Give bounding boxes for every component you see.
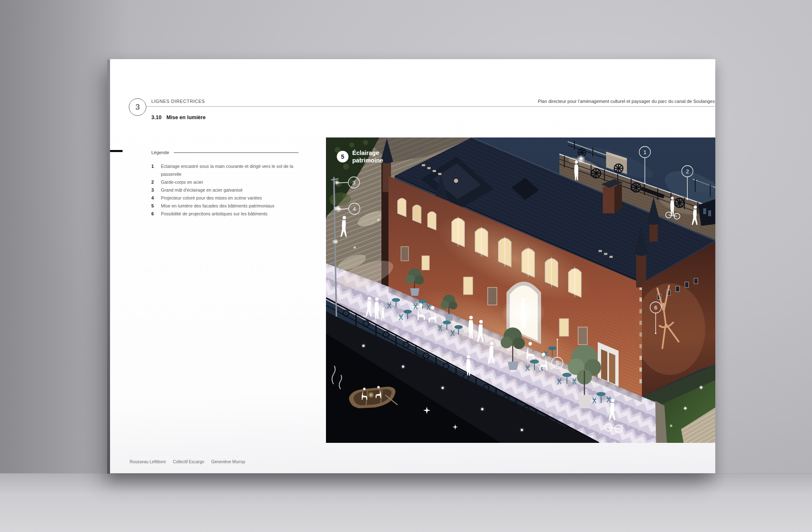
legend-item: 3Grand mât d'éclairage en acier galvanis…	[151, 186, 301, 194]
presentation-board: 3 LIGNES DIRECTRICES Plan directeur pour…	[110, 59, 715, 473]
legend-rule	[174, 152, 298, 153]
credit-name: Collectif Escargo	[173, 460, 204, 464]
floor-shadow	[0, 474, 812, 495]
header-rule	[146, 106, 715, 107]
subsection-heading: 3.10Mise en lumière	[151, 115, 206, 120]
legend-list: 1Éclairage encastré sous la main courant…	[151, 162, 301, 218]
legend-title: Légende	[151, 150, 169, 155]
svg-text:4: 4	[353, 206, 356, 212]
legend-item: 2Garde-corps en acier	[151, 178, 301, 186]
credit-name: Geneviève Murray	[211, 460, 246, 464]
badge-number: 5	[341, 153, 344, 160]
legend-item: 1Éclairage encastré sous la main courant…	[151, 162, 301, 178]
document-title: Plan directeur pour l'aménagement cultur…	[538, 99, 715, 104]
render-illustration: 5 Éclairage patrimoine	[326, 137, 715, 443]
section-number: 3	[135, 102, 140, 112]
svg-text:2: 2	[686, 168, 689, 175]
svg-text:1: 1	[643, 149, 646, 155]
section-title: LIGNES DIRECTRICES	[151, 99, 205, 104]
legend-item: 4Projecteur coloré pour des mises en scè…	[151, 194, 301, 202]
legend-item: 6Possibilité de projections artistiques …	[151, 210, 301, 218]
svg-text:6: 6	[654, 305, 657, 311]
svg-text:3: 3	[352, 180, 355, 186]
badge-label-line2: patrimoine	[352, 157, 383, 164]
board-edge	[107, 60, 110, 474]
section-number-badge: 3	[129, 98, 146, 116]
subsection-number: 3.10	[151, 115, 161, 120]
credits-footer: Rousseau Lefèbvre Collectif Escargo Gene…	[130, 460, 245, 464]
night-render-figure: 5 Éclairage patrimoine	[326, 137, 715, 443]
credit-name: Rousseau Lefèbvre	[130, 460, 166, 464]
badge-label-line1: Éclairage	[352, 150, 379, 156]
svg-text:5: 5	[556, 360, 559, 366]
legend-item: 5Mise en lumière des facades des bâtimen…	[151, 202, 301, 210]
subsection-title: Mise en lumière	[166, 115, 206, 120]
margin-dash	[110, 150, 123, 152]
photo-backdrop: 3 LIGNES DIRECTRICES Plan directeur pour…	[0, 0, 812, 532]
